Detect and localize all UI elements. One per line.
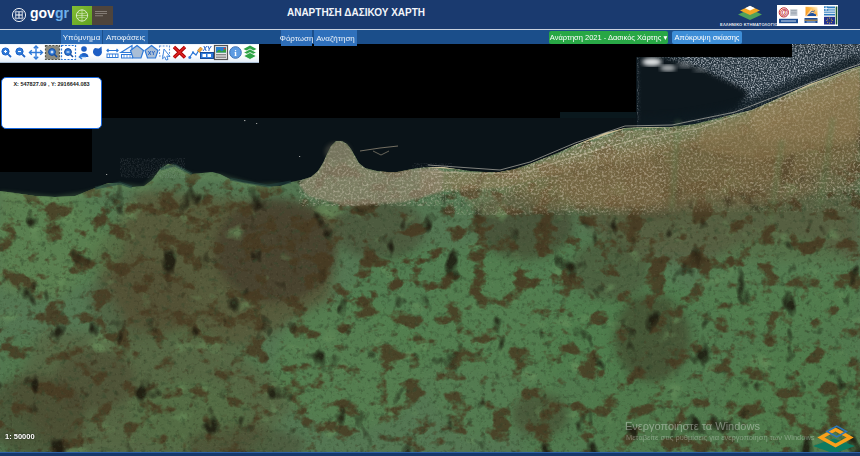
- svg-text:XY: XY: [148, 50, 156, 56]
- svg-text:XY: XY: [202, 45, 212, 52]
- svg-text:@: @: [780, 7, 788, 17]
